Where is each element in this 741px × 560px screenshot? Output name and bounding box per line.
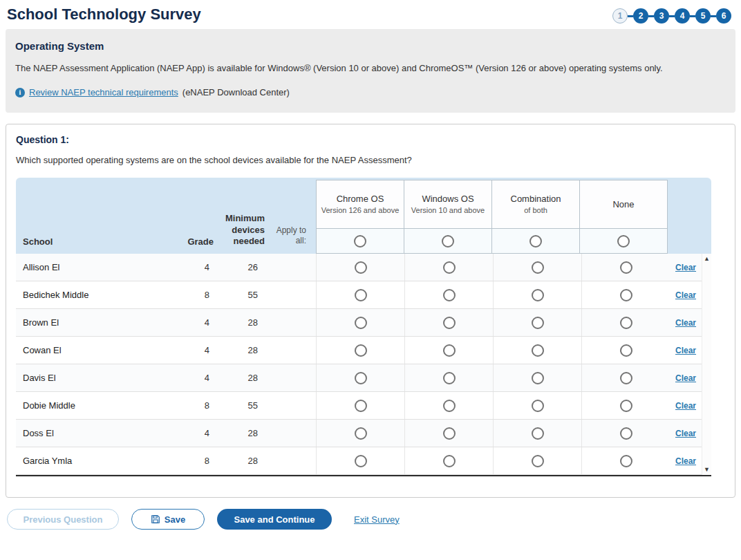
- option-title: Windows OS: [422, 194, 473, 204]
- none-radio[interactable]: [620, 344, 632, 357]
- clear-link[interactable]: Clear: [675, 401, 696, 411]
- step-6[interactable]: 6: [716, 8, 731, 24]
- windows-os-radio[interactable]: [443, 289, 456, 301]
- clear-link[interactable]: Clear: [675, 290, 696, 300]
- combination-radio[interactable]: [532, 289, 544, 301]
- panel-link-row: i Review NAEP technical requirements (eN…: [15, 87, 726, 97]
- clear-cell: Clear: [670, 447, 702, 474]
- footer-actions: Previous Question Save Save and Continue…: [7, 509, 734, 530]
- combination-radio[interactable]: [532, 317, 544, 329]
- combination-radio[interactable]: [532, 261, 544, 274]
- devices-value: 28: [216, 447, 273, 474]
- save-button[interactable]: Save: [131, 509, 205, 530]
- none-radio[interactable]: [620, 372, 632, 384]
- grade-value: 4: [176, 254, 216, 281]
- scroll-down-icon[interactable]: ▼: [704, 467, 710, 473]
- combination-radio[interactable]: [532, 455, 544, 467]
- step-connector: [669, 15, 675, 17]
- apply-spacer: [273, 281, 316, 308]
- none-radio[interactable]: [620, 317, 632, 329]
- step-4[interactable]: 4: [675, 8, 690, 24]
- clear-link[interactable]: Clear: [675, 318, 696, 328]
- scroll-up-icon[interactable]: ▲: [704, 256, 710, 262]
- combination-radio[interactable]: [532, 400, 544, 412]
- combination-radio[interactable]: [532, 344, 544, 357]
- none-radio[interactable]: [620, 261, 632, 274]
- windows-os-radio[interactable]: [443, 400, 456, 412]
- step-1[interactable]: 1: [612, 8, 628, 24]
- header-spacer: [668, 178, 709, 254]
- chrome-os-radio[interactable]: [355, 317, 367, 329]
- previous-question-button[interactable]: Previous Question: [7, 509, 119, 530]
- exit-survey-link[interactable]: Exit Survey: [354, 514, 400, 525]
- none-cell: [581, 420, 670, 447]
- col-header-devices: Minimum devices needed: [216, 178, 273, 254]
- table-row: Allison El 4 26 Clear: [16, 254, 702, 281]
- school-name: Davis El: [16, 364, 176, 391]
- windows-os-cell: [404, 254, 493, 281]
- step-5[interactable]: 5: [695, 8, 711, 24]
- chrome-os-cell: [316, 447, 404, 474]
- combination-header: Combination of both: [491, 180, 580, 229]
- option-title: None: [612, 199, 634, 209]
- combination-radio[interactable]: [532, 427, 544, 440]
- clear-link[interactable]: Clear: [675, 346, 696, 355]
- combination-cell: [493, 254, 581, 281]
- devices-value: 26: [216, 254, 273, 281]
- school-name: Cowan El: [16, 337, 176, 364]
- grade-value: 4: [176, 309, 216, 336]
- chrome-os-cell: [316, 254, 404, 281]
- none-radio[interactable]: [620, 455, 632, 467]
- none-cell: [581, 364, 670, 391]
- windows-os-cell: [404, 364, 493, 391]
- school-name: Bedichek Middle: [16, 281, 176, 308]
- option-column-chrome-os: Chrome OS Version 126 and above: [316, 178, 404, 254]
- apply-all-chrome-radio[interactable]: [354, 235, 366, 248]
- chrome-os-radio[interactable]: [355, 400, 367, 412]
- option-subtitle: of both: [524, 206, 547, 216]
- table-row: Davis El 4 28 Clear: [16, 364, 702, 392]
- option-title: Combination: [511, 194, 561, 204]
- chrome-os-radio[interactable]: [355, 261, 367, 274]
- step-3[interactable]: 3: [654, 8, 669, 24]
- chrome-os-cell: [316, 309, 404, 336]
- none-radio[interactable]: [620, 400, 632, 412]
- apply-all-windows-radio[interactable]: [442, 235, 454, 248]
- school-name: Dobie Middle: [16, 392, 176, 419]
- combination-radio[interactable]: [532, 372, 544, 384]
- chrome-os-radio[interactable]: [355, 344, 367, 357]
- windows-os-radio[interactable]: [443, 427, 456, 440]
- combination-cell: [493, 420, 581, 447]
- chrome-os-cell: [316, 392, 404, 419]
- technical-requirements-link[interactable]: Review NAEP technical requirements: [29, 87, 178, 97]
- question-card: Question 1: Which supported operating sy…: [6, 124, 735, 498]
- grade-value: 8: [176, 447, 216, 474]
- windows-os-radio[interactable]: [443, 317, 456, 329]
- chrome-os-radio[interactable]: [355, 372, 367, 384]
- apply-all-none-radio[interactable]: [617, 235, 630, 248]
- apply-all-combination-radio[interactable]: [529, 235, 542, 248]
- chrome-os-radio[interactable]: [355, 427, 367, 440]
- none-radio[interactable]: [620, 289, 632, 301]
- clear-link[interactable]: Clear: [675, 373, 696, 383]
- apply-spacer: [273, 392, 316, 419]
- table-scrollbar[interactable]: ▲ ▼: [702, 254, 711, 475]
- apply-spacer: [273, 337, 316, 364]
- clear-link[interactable]: Clear: [675, 456, 696, 466]
- save-and-continue-button[interactable]: Save and Continue: [217, 509, 332, 530]
- step-2[interactable]: 2: [633, 8, 648, 24]
- table-row: Garcia Ymla 8 28 Clear: [16, 447, 702, 475]
- school-name: Brown El: [16, 309, 176, 336]
- col-header-grade: Grade: [176, 178, 216, 254]
- chrome-os-radio[interactable]: [355, 455, 367, 467]
- grade-value: 4: [176, 420, 216, 447]
- windows-os-radio[interactable]: [443, 344, 456, 357]
- clear-link[interactable]: Clear: [675, 429, 696, 438]
- question-text: Which supported operating systems are on…: [16, 155, 725, 165]
- chrome-os-radio[interactable]: [355, 289, 367, 301]
- windows-os-radio[interactable]: [443, 455, 456, 467]
- windows-os-radio[interactable]: [443, 372, 456, 384]
- clear-link[interactable]: Clear: [675, 263, 696, 272]
- windows-os-radio[interactable]: [443, 261, 456, 274]
- none-radio[interactable]: [620, 427, 632, 440]
